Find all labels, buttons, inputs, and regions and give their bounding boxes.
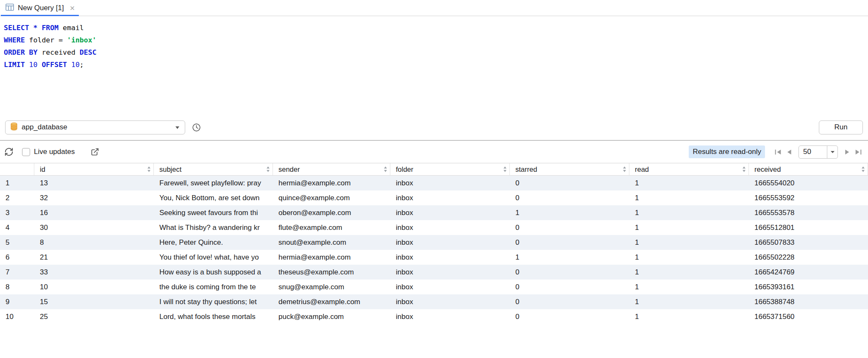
page-size-value[interactable]: 50 <box>799 146 827 158</box>
cell-folder[interactable]: inbox <box>390 250 510 265</box>
cell-sender[interactable]: quince@example.com <box>273 190 390 205</box>
cell-folder[interactable]: inbox <box>390 280 510 294</box>
cell-id[interactable]: 8 <box>34 235 154 250</box>
tab-new-query[interactable]: New Query [1] × <box>0 0 80 16</box>
cell-subject[interactable]: You thief of love! what, have yo <box>154 250 273 265</box>
row-number-cell[interactable]: 3 <box>0 205 34 220</box>
row-number-cell[interactable]: 6 <box>0 250 34 265</box>
cell-folder[interactable]: inbox <box>390 190 510 205</box>
close-tab-icon[interactable]: × <box>70 4 75 12</box>
row-number-cell[interactable]: 1 <box>0 176 34 190</box>
live-updates-checkbox[interactable] <box>22 148 30 156</box>
cell-sender[interactable]: demetrius@example.com <box>273 294 390 309</box>
cell-folder[interactable]: inbox <box>390 265 510 280</box>
cell-read[interactable]: 1 <box>629 176 749 190</box>
cell-id[interactable]: 33 <box>34 265 154 280</box>
cell-starred[interactable]: 0 <box>510 294 629 309</box>
last-page-icon[interactable] <box>854 148 863 157</box>
cell-read[interactable]: 1 <box>629 265 749 280</box>
cell-read[interactable]: 1 <box>629 235 749 250</box>
cell-starred[interactable]: 0 <box>510 309 629 324</box>
cell-read[interactable]: 1 <box>629 190 749 205</box>
table-row[interactable]: 10 25 Lord, what fools these mortals puc… <box>0 309 868 324</box>
column-header-rownum[interactable] <box>0 163 34 175</box>
cell-starred[interactable]: 0 <box>510 176 629 190</box>
column-header-subject[interactable]: subject <box>154 163 273 175</box>
cell-sender[interactable]: hermia@example.com <box>273 176 390 190</box>
cell-received[interactable]: 1665393161 <box>749 280 868 294</box>
table-row[interactable]: 3 16 Seeking sweet favours from thi ober… <box>0 205 868 220</box>
cell-sender[interactable]: puck@example.com <box>273 309 390 324</box>
cell-id[interactable]: 15 <box>34 294 154 309</box>
cell-id[interactable]: 10 <box>34 280 154 294</box>
cell-sender[interactable]: hermia@example.com <box>273 250 390 265</box>
row-number-cell[interactable]: 5 <box>0 235 34 250</box>
cell-folder[interactable]: inbox <box>390 220 510 235</box>
cell-received[interactable]: 1665512801 <box>749 220 868 235</box>
sort-icon[interactable] <box>147 166 151 173</box>
page-size-dropdown-icon[interactable] <box>827 146 837 158</box>
cell-folder[interactable]: inbox <box>390 235 510 250</box>
column-header-read[interactable]: read <box>629 163 749 175</box>
cell-id[interactable]: 21 <box>34 250 154 265</box>
page-size-combobox[interactable]: 50 <box>798 145 838 159</box>
table-row[interactable]: 9 15 I will not stay thy questions; let … <box>0 294 868 309</box>
cell-received[interactable]: 1665553592 <box>749 190 868 205</box>
cell-folder[interactable]: inbox <box>390 294 510 309</box>
table-row[interactable]: 4 30 What is Thisby? a wandering kr flut… <box>0 220 868 235</box>
cell-read[interactable]: 1 <box>629 220 749 235</box>
sql-editor[interactable]: SELECT * FROM email WHERE folder = 'inbo… <box>0 16 868 115</box>
row-number-cell[interactable]: 10 <box>0 309 34 324</box>
cell-starred[interactable]: 1 <box>510 250 629 265</box>
row-number-cell[interactable]: 7 <box>0 265 34 280</box>
cell-received[interactable]: 1665554020 <box>749 176 868 190</box>
run-button[interactable]: Run <box>819 120 863 134</box>
sort-icon[interactable] <box>623 166 626 173</box>
sort-icon[interactable] <box>503 166 507 173</box>
table-row[interactable]: 1 13 Farewell, sweet playfellow: pray he… <box>0 176 868 190</box>
refresh-icon[interactable] <box>4 147 14 157</box>
cell-subject[interactable]: You, Nick Bottom, are set down <box>154 190 273 205</box>
table-row[interactable]: 2 32 You, Nick Bottom, are set down quin… <box>0 190 868 205</box>
cell-id[interactable]: 32 <box>34 190 154 205</box>
table-row[interactable]: 6 21 You thief of love! what, have yo he… <box>0 250 868 265</box>
cell-subject[interactable]: Lord, what fools these mortals <box>154 309 273 324</box>
cell-sender[interactable]: snout@example.com <box>273 235 390 250</box>
cell-received[interactable]: 1665507833 <box>749 235 868 250</box>
column-header-folder[interactable]: folder <box>390 163 510 175</box>
cell-sender[interactable]: flute@example.com <box>273 220 390 235</box>
cell-starred[interactable]: 1 <box>510 205 629 220</box>
cell-read[interactable]: 1 <box>629 250 749 265</box>
cell-read[interactable]: 1 <box>629 280 749 294</box>
row-number-cell[interactable]: 8 <box>0 280 34 294</box>
cell-starred[interactable]: 0 <box>510 280 629 294</box>
cell-read[interactable]: 1 <box>629 205 749 220</box>
cell-read[interactable]: 1 <box>629 309 749 324</box>
cell-sender[interactable]: theseus@example.com <box>273 265 390 280</box>
cell-subject[interactable]: I will not stay thy questions; let <box>154 294 273 309</box>
cell-subject[interactable]: Here, Peter Quince. <box>154 235 273 250</box>
column-header-id[interactable]: id <box>34 163 154 175</box>
sort-icon[interactable] <box>861 166 865 173</box>
database-select[interactable]: app_database <box>5 120 185 134</box>
table-row[interactable]: 5 8 Here, Peter Quince. snout@example.co… <box>0 235 868 250</box>
cell-starred[interactable]: 0 <box>510 235 629 250</box>
cell-subject[interactable]: How easy is a bush supposed a <box>154 265 273 280</box>
previous-page-icon[interactable] <box>785 148 794 157</box>
cell-subject[interactable]: What is Thisby? a wandering kr <box>154 220 273 235</box>
cell-folder[interactable]: inbox <box>390 176 510 190</box>
column-header-starred[interactable]: starred <box>510 163 629 175</box>
cell-id[interactable]: 30 <box>34 220 154 235</box>
first-page-icon[interactable] <box>773 148 782 157</box>
cell-id[interactable]: 16 <box>34 205 154 220</box>
table-row[interactable]: 8 10 the duke is coming from the te snug… <box>0 280 868 294</box>
column-header-received[interactable]: received <box>749 163 868 175</box>
cell-folder[interactable]: inbox <box>390 309 510 324</box>
cell-id[interactable]: 25 <box>34 309 154 324</box>
cell-sender[interactable]: snug@example.com <box>273 280 390 294</box>
cell-subject[interactable]: the duke is coming from the te <box>154 280 273 294</box>
sort-icon[interactable] <box>742 166 746 173</box>
cell-received[interactable]: 1665424769 <box>749 265 868 280</box>
next-page-icon[interactable] <box>843 148 851 157</box>
sort-icon[interactable] <box>266 166 270 173</box>
